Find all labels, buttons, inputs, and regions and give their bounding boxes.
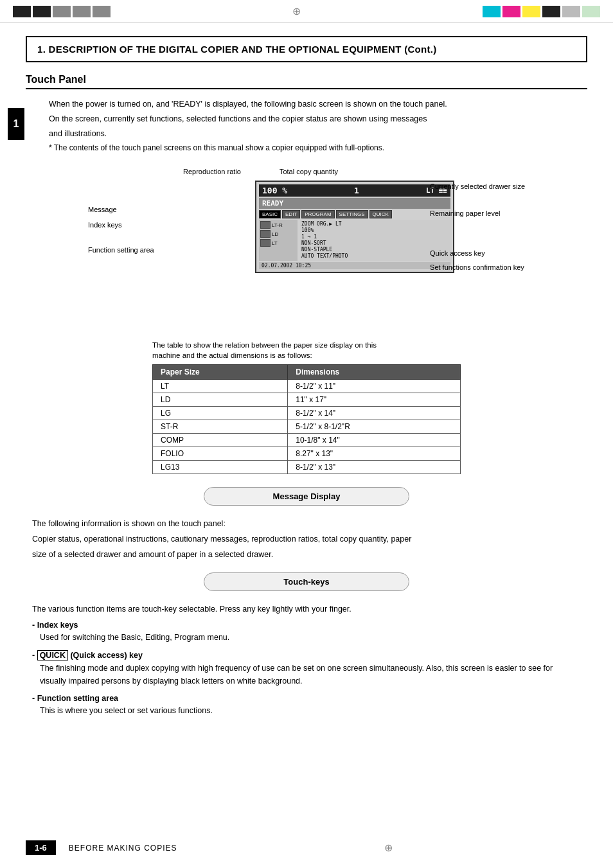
table-header-row: Paper Size Dimensions (153, 365, 461, 380)
right-annotations: Currently selected drawer size Remaining… (430, 179, 525, 274)
panel-row-1to1: 1 → 1 (301, 234, 449, 240)
icon-box-2 (260, 230, 271, 238)
screen-key-basic[interactable]: BASIC (259, 210, 281, 218)
icon-row-1: LT-R (260, 221, 296, 229)
annotation-message: Message (88, 202, 154, 217)
copier-screen-wrapper: 100 % 1 LT ≡≡ READY BASIC EDIT PROGRAM S… (184, 181, 429, 273)
screen-keys-row: BASIC EDIT PROGRAM SETTINGS QUICK (259, 210, 450, 218)
table-desc-line2: machine and the actual dimensions is as … (152, 351, 312, 359)
index-keys-label: Index keys (32, 621, 581, 630)
paper-table-desc: The table to show the relation between t… (152, 340, 461, 360)
bar-block-3 (53, 6, 71, 17)
icon-row-3: LT (260, 239, 296, 247)
cell-paper-size: LD (153, 393, 288, 407)
annotation-function-setting-area: Function setting area (88, 242, 154, 258)
index-keys-desc: Used for switching the Basic, Editing, P… (32, 631, 581, 644)
cell-dimensions: 8-1/2" x 14" (288, 407, 461, 420)
paper-size-table: Paper Size Dimensions LT8-1/2" x 11"LD11… (152, 364, 461, 474)
bar-block-1 (13, 6, 31, 17)
screen-key-edit[interactable]: EDIT (282, 210, 300, 218)
chapter-title: 1. DESCRIPTION OF THE DIGITAL COPIER AND… (37, 44, 576, 55)
table-row: COMP10-1/8" x 14" (153, 434, 461, 447)
panel-100: 100% (301, 227, 314, 233)
msg-display-line3: size of a selected drawer and amount of … (32, 548, 581, 561)
table-row: FOLIO8.27" x 13" (153, 447, 461, 461)
color-block-lgreen (582, 6, 600, 17)
col-header-dimensions: Dimensions (288, 365, 461, 380)
copier-screen: 100 % 1 LT ≡≡ READY BASIC EDIT PROGRAM S… (255, 181, 454, 273)
intro-line2: On the screen, currently set functions, … (49, 113, 587, 125)
screen-key-settings[interactable]: SETTINGS (336, 210, 368, 218)
screen-function-area: LT-R LD LT (259, 220, 450, 261)
touch-key-item-index: Index keys Used for switching the Basic,… (32, 621, 581, 644)
annotation-index-keys: Index keys (88, 217, 154, 233)
intro-line3: and illustrations. (49, 128, 587, 140)
table-row: LG8-1/2" x 14" (153, 407, 461, 420)
top-decoration-bar: ⊕ (0, 0, 613, 23)
screen-ready-row: READY (259, 198, 450, 209)
message-display-content: The following information is shown on th… (26, 517, 587, 561)
screen-key-program[interactable]: PROGRAM (301, 210, 334, 218)
quick-access-label: QUICK (Quick access) key (32, 650, 581, 660)
panel-1to1: 1 → 1 (301, 234, 317, 240)
color-block-black (542, 6, 560, 17)
color-block-magenta (502, 6, 520, 17)
touch-keys-box: Touch-keys (204, 572, 409, 591)
top-center-symbol: ⊕ (292, 5, 301, 17)
cell-dimensions: 5-1/2" x 8-1/2"R (288, 420, 461, 434)
cell-dimensions: 8.27" x 13" (288, 447, 461, 461)
icon-label-lt: LT (272, 240, 278, 246)
paper-table-area: The table to show the relation between t… (26, 340, 587, 474)
panel-zoom: ZOOM ORG.▶ LT (301, 221, 342, 227)
color-block-lgray (562, 6, 580, 17)
annotation-wrapper: Message Index keys Function setting area… (88, 166, 525, 333)
icon-label-lt-r: LT-R (272, 222, 283, 228)
function-setting-desc: This is where you select or set various … (32, 704, 581, 717)
intro-note: * The contents of the touch panel screen… (49, 142, 587, 154)
annotation-reproduction-ratio: Reproduction ratio (183, 168, 241, 175)
cell-paper-size: FOLIO (153, 447, 288, 461)
screen-bottom-row: 02.07.2002 10:25 (259, 262, 450, 269)
quick-access-text: (Quick access) key (70, 651, 143, 660)
page-number: 1-6 (26, 840, 56, 855)
screen-key-quick[interactable]: QUICK (369, 210, 392, 218)
icon-box-1 (260, 221, 271, 229)
cell-dimensions: 10-1/8" x 14" (288, 434, 461, 447)
panel-row-auto: AUTO TEXT/PHOTO (301, 253, 449, 259)
top-annotations: Reproduction ratio Total copy quantity (183, 168, 338, 175)
table-row: LG138-1/2" x 13" (153, 461, 461, 474)
left-annotations: Message Index keys Function setting area (88, 202, 154, 258)
bar-block-5 (93, 6, 111, 17)
msg-display-line2: Copier status, operational instructions,… (32, 533, 581, 545)
icon-box-3 (260, 239, 271, 247)
cell-paper-size: ST-R (153, 420, 288, 434)
screen-ratio: 100 % (262, 186, 287, 195)
quick-box: QUICK (37, 650, 68, 660)
annotation-total-copy-quantity: Total copy quantity (280, 168, 338, 175)
top-bar-right-blocks (483, 6, 600, 17)
cell-paper-size: LG (153, 407, 288, 420)
section-title: Touch Panel (26, 74, 587, 89)
table-row: ST-R5-1/2" x 8-1/2"R (153, 420, 461, 434)
table-row: LD11" x 17" (153, 393, 461, 407)
screen-quantity: 1 (354, 186, 359, 195)
cell-paper-size: LG13 (153, 461, 288, 474)
cell-paper-size: LT (153, 380, 288, 393)
touch-keys-content: The various function items are touch-key… (26, 603, 587, 717)
col-header-paper-size: Paper Size (153, 365, 288, 380)
chapter-tab: 1 (8, 108, 24, 140)
screen-top-row: 100 % 1 LT ≡≡ (259, 184, 450, 197)
diagram-area: Message Index keys Function setting area… (26, 166, 587, 333)
cell-dimensions: 8-1/2" x 11" (288, 380, 461, 393)
color-block-yellow (522, 6, 540, 17)
footer-text: BEFORE MAKING COPIES (69, 844, 177, 853)
panel-row-zoom: ZOOM ORG.▶ LT (301, 221, 449, 227)
footer-center-symbol: ⊕ (190, 842, 588, 854)
icon-label-ld: LD (272, 231, 278, 237)
annotation-drawer-size: Currently selected drawer size (430, 179, 525, 193)
icon-row-2: LD (260, 230, 296, 238)
intro-line1: When the power is turned on, and 'READY'… (49, 98, 587, 111)
message-display-label: Message Display (273, 492, 341, 501)
panel-row-nonstaple: NON-STAPLE (301, 247, 449, 252)
page-footer: 1-6 BEFORE MAKING COPIES ⊕ (26, 840, 587, 855)
